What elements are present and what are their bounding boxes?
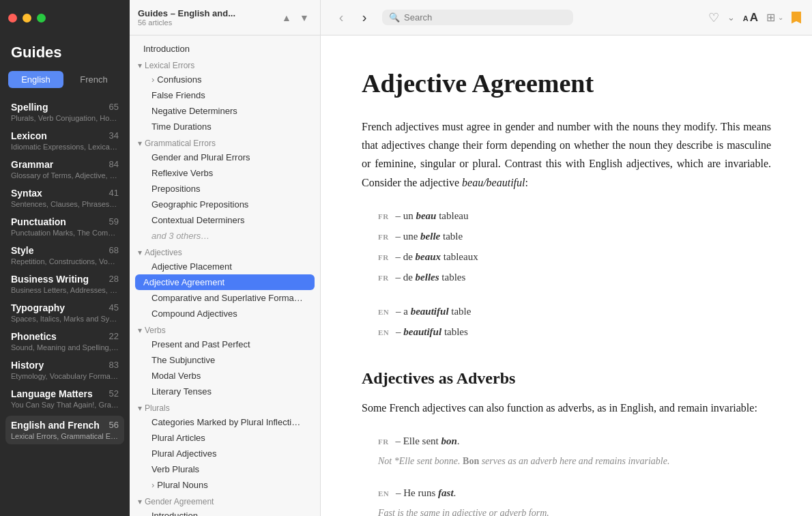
- nav-section-verbs[interactable]: ▾Verbs: [130, 321, 320, 336]
- minimize-button[interactable]: [23, 14, 31, 23]
- nav-item-and-3-others[interactable]: and 3 others…: [130, 228, 320, 244]
- search-input[interactable]: [404, 12, 566, 23]
- nav-item-gender-intro[interactable]: Introduction: [130, 508, 320, 516]
- fr-adverb-note: Not *Elle sent bonne. Bon serves as an a…: [378, 454, 771, 469]
- toolbar-right: ♡ ⌄ A A ⊞ ⌄: [708, 10, 801, 25]
- adverb-examples: FR – Elle sent bon. Not *Elle sent bonne…: [378, 431, 771, 516]
- fr-example-1: FR – un beau tableau: [378, 205, 771, 226]
- french-examples: FR – un beau tableau FR – une belle tabl…: [378, 205, 771, 287]
- sidebar-item-typography[interactable]: Typography45 Spaces, Italics, Marks and …: [0, 298, 130, 327]
- layout-toggle[interactable]: ⊞ ⌄: [766, 11, 783, 24]
- sidebar-item-business[interactable]: Business Writing28 Business Letters, Add…: [0, 270, 130, 298]
- chevron-down-icon: ▾: [138, 139, 142, 148]
- nav-item-prepositions[interactable]: Prepositions: [130, 181, 320, 197]
- sidebar-item-lexicon[interactable]: Lexicon34 Idiomatic Expressions, Lexical…: [0, 126, 130, 155]
- small-a-label: A: [743, 14, 749, 23]
- fr-example-3: FR – de beaux tableaux: [378, 246, 771, 267]
- layout-chevron-icon: ⌄: [778, 14, 783, 21]
- nav-item-gender-plural[interactable]: Gender and Plural Errors: [130, 149, 320, 165]
- nav-section-lexical-errors[interactable]: ▾Lexical Errors: [130, 57, 320, 72]
- fullscreen-button[interactable]: [37, 14, 46, 23]
- nav-section-gender-agreement[interactable]: ▾Gender Agreement: [130, 493, 320, 508]
- sidebar-item-spelling[interactable]: Spelling65 Plurals, Verb Conjugation, Ho…: [0, 98, 130, 126]
- nav-item-introduction[interactable]: Introduction: [130, 41, 320, 57]
- search-icon: 🔍: [389, 12, 400, 23]
- nav-item-reflexive-verbs[interactable]: Reflexive Verbs: [130, 165, 320, 181]
- nav-item-contextual-determiners[interactable]: Contextual Determiners: [130, 212, 320, 228]
- nav-article-count: 56 articles: [138, 18, 274, 27]
- sidebar-item-style[interactable]: Style68 Repetition, Constructions, Vocab…: [0, 241, 130, 270]
- nav-item-negative-determiners[interactable]: Negative Determiners: [130, 103, 320, 119]
- nav-item-plural-nouns[interactable]: ›Plural Nouns: [130, 477, 320, 493]
- nav-section-grammatical-errors[interactable]: ▾Grammatical Errors: [130, 134, 320, 149]
- fr-example-2: FR – une belle table: [378, 226, 771, 246]
- article-title: Adjective Agreement: [362, 68, 771, 98]
- chevron-down-icon[interactable]: ⌄: [727, 12, 735, 23]
- article-subtitle-adverbs: Adjectives as Adverbs: [362, 369, 771, 388]
- nav-item-modal-verbs[interactable]: Modal Verbs: [130, 368, 320, 384]
- search-bar[interactable]: 🔍: [382, 10, 573, 25]
- sidebar-item-language[interactable]: Language Matters52 You Can Say That Agai…: [0, 384, 130, 413]
- nav-item-verb-plurals[interactable]: Verb Plurals: [130, 461, 320, 477]
- fr-example-4: FR – de belles tables: [378, 267, 771, 287]
- nav-item-subjunctive[interactable]: The Subjunctive: [130, 352, 320, 368]
- sidebar: Guides English French Spelling65 Plurals…: [0, 0, 130, 516]
- article-intro: French adjectives must agree in gender a…: [362, 117, 771, 192]
- nav-item-false-friends[interactable]: False Friends: [130, 87, 320, 103]
- layout-icon: ⊞: [766, 11, 775, 24]
- en-adverb-note: Fast is the same in adjective or adverb …: [378, 506, 771, 516]
- close-button[interactable]: [8, 14, 17, 23]
- sidebar-item-history[interactable]: History83 Etymology, Vocabulary Formatio…: [0, 356, 130, 384]
- chevron-down-icon: ▾: [138, 403, 142, 413]
- sidebar-item-grammar[interactable]: Grammar84 Glossary of Terms, Adjective, …: [0, 155, 130, 184]
- sidebar-item-punctuation[interactable]: Punctuation59 Punctuation Marks, The Com…: [0, 212, 130, 241]
- tab-english[interactable]: English: [8, 71, 63, 88]
- en-example-2: EN – beautiful tables: [378, 321, 771, 342]
- sidebar-item-english-french[interactable]: English and French56 Lexical Errors, Gra…: [5, 416, 124, 444]
- nav-item-adjective-agreement[interactable]: Adjective Agreement: [135, 274, 315, 290]
- nav-down-button[interactable]: ▼: [297, 10, 312, 25]
- nav-item-time-durations[interactable]: Time Durations: [130, 119, 320, 134]
- sidebar-tab-group: English French: [0, 67, 130, 95]
- back-button[interactable]: ‹: [332, 8, 351, 27]
- article-para2: Some French adjectives can also function…: [362, 399, 771, 417]
- sidebar-item-phonetics[interactable]: Phonetics22 Sound, Meaning and Spelling,…: [0, 327, 130, 356]
- tab-french[interactable]: French: [66, 71, 121, 88]
- sidebar-item-list: Spelling65 Plurals, Verb Conjugation, Ho…: [0, 95, 130, 516]
- chevron-down-icon: ▾: [138, 61, 142, 70]
- toolbar-nav: ‹ ›: [332, 8, 374, 27]
- titlebar: [0, 0, 130, 35]
- nav-item-confusions[interactable]: ›Confusions: [130, 72, 320, 87]
- nav-panel: Guides – English and... 56 articles ▲ ▼ …: [130, 0, 321, 516]
- content-area: ‹ › 🔍 ♡ ⌄ A A ⊞ ⌄ Adjective Agreement Fr…: [321, 0, 812, 516]
- text-size-control[interactable]: A A: [743, 11, 758, 25]
- fr-adverb-example: FR – Elle sent bon.: [378, 431, 771, 451]
- chevron-down-icon: ▾: [138, 326, 142, 335]
- nav-item-compound-adjectives[interactable]: Compound Adjectives: [130, 306, 320, 321]
- nav-item-present-past[interactable]: Present and Past Perfect: [130, 336, 320, 352]
- chevron-right-icon: ›: [151, 74, 154, 85]
- nav-item-categories-plural[interactable]: Categories Marked by Plural Inflecti…: [130, 414, 320, 430]
- chevron-down-icon: ▾: [138, 497, 142, 506]
- en-adverb-example: EN – He runs fast.: [378, 483, 771, 503]
- nav-item-geographic-prepositions[interactable]: Geographic Prepositions: [130, 197, 320, 212]
- forward-button[interactable]: ›: [355, 8, 374, 27]
- bookmark-icon[interactable]: [792, 12, 801, 24]
- app-title: Guides: [0, 35, 130, 67]
- article-body: Adjective Agreement French adjectives mu…: [321, 35, 812, 516]
- nav-up-button[interactable]: ▲: [279, 10, 294, 25]
- large-a-label: A: [750, 11, 758, 25]
- nav-item-adjective-placement[interactable]: Adjective Placement: [130, 259, 320, 274]
- en-example-1: EN – a beautiful table: [378, 301, 771, 321]
- nav-item-plural-articles[interactable]: Plural Articles: [130, 430, 320, 446]
- nav-header: Guides – English and... 56 articles ▲ ▼: [130, 0, 320, 35]
- nav-section-plurals[interactable]: ▾Plurals: [130, 399, 320, 414]
- nav-item-literary-tenses[interactable]: Literary Tenses: [130, 384, 320, 399]
- favorite-icon[interactable]: ♡: [708, 10, 719, 25]
- nav-item-plural-adjectives[interactable]: Plural Adjectives: [130, 446, 320, 461]
- sidebar-item-syntax[interactable]: Syntax41 Sentences, Clauses, Phrases, Fu…: [0, 184, 130, 212]
- nav-section-adjectives[interactable]: ▾Adjectives: [130, 244, 320, 259]
- chevron-down-icon: ▾: [138, 248, 142, 257]
- nav-item-comparative-superlative[interactable]: Comparative and Superlative Forma…: [130, 290, 320, 306]
- nav-arrow-group: ▲ ▼: [279, 10, 312, 25]
